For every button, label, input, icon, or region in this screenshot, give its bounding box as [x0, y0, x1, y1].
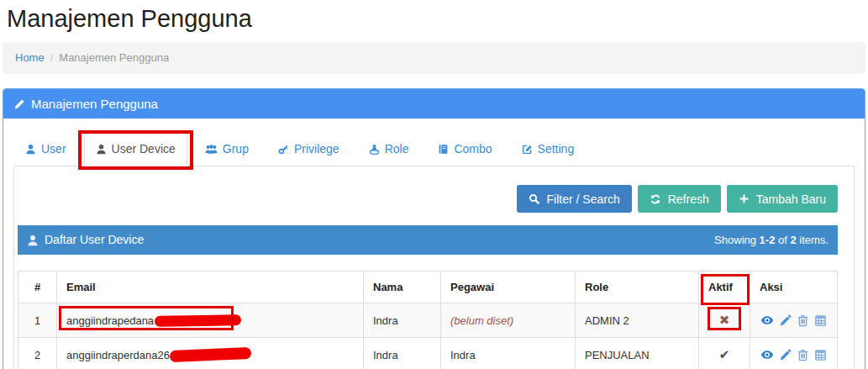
tambah-baru-label: Tambah Baru [756, 192, 826, 206]
tab-user[interactable]: User [13, 132, 78, 166]
edit-square-icon [522, 144, 533, 155]
employee-cell: (belum diset) [441, 303, 576, 338]
edit-button[interactable] [778, 348, 792, 362]
tab-setting[interactable]: Setting [510, 132, 587, 166]
breadcrumb-current: Manajemen Pengguna [59, 51, 169, 64]
column-header-pegawai: Pegawai [441, 271, 576, 303]
column-header-aksi: Aksi [750, 271, 838, 303]
column-header-email: Email [57, 271, 364, 303]
grid-title-wrap: Daftar User Device [27, 232, 144, 248]
tab-combo[interactable]: Combo [426, 132, 503, 166]
plus-icon [739, 193, 750, 204]
tab-label: Combo [454, 141, 492, 157]
row-number-cell: 2 [18, 338, 57, 369]
data-grid-button[interactable] [813, 348, 828, 362]
view-button[interactable] [760, 313, 775, 328]
table-header-row: # Email Nama Pegawai Role Aktif Aksi [18, 271, 838, 303]
tab-label: Grup [223, 141, 249, 157]
tab-content-user-device: Filter / Search Refresh Tambah Baru [13, 166, 855, 369]
role-cell: ADMIN 2 [576, 303, 699, 338]
eye-icon [760, 314, 774, 327]
employee-unset-text: (belum diset) [450, 314, 513, 327]
breadcrumb-home-link[interactable]: Home [15, 51, 45, 64]
user-icon [96, 144, 107, 155]
book-icon [438, 144, 449, 155]
tab-privilege[interactable]: Privilege [266, 132, 351, 166]
users-icon [205, 144, 218, 155]
tab-grup[interactable]: Grup [193, 132, 260, 166]
table-row: 2 anggiindraperdana26@ Indra Indra PENJU… [18, 338, 838, 369]
breadcrumb: Home/Manajemen Pengguna [3, 42, 865, 74]
panel-title: Manajemen Pengguna [31, 96, 158, 112]
search-icon [529, 193, 540, 205]
name-cell: Indra [364, 338, 441, 369]
daftar-user-device-grid: Daftar User Device Showing 1-2 of 2 item… [18, 225, 838, 369]
tab-label: Privilege [294, 141, 339, 157]
actions-cell [750, 303, 838, 338]
tab-label: User Device [112, 141, 176, 157]
panel-body: User User Device Grup Privilege [3, 119, 865, 369]
column-header-role: Role [576, 271, 699, 303]
tambah-baru-button[interactable]: Tambah Baru [727, 185, 838, 213]
tab-label: User [41, 141, 66, 157]
active-status-cell: ✔ [699, 338, 750, 369]
pencil-icon [779, 314, 792, 327]
table-icon [814, 349, 827, 361]
table-row: 1 anggiindrapedana Indra (belum diset) A… [18, 303, 838, 338]
manajemen-pengguna-panel: Manajemen Pengguna User User Device [3, 88, 865, 369]
redaction-mark [155, 314, 241, 327]
role-cell: PENJUALAN [576, 338, 699, 369]
grid-header: Daftar User Device Showing 1-2 of 2 item… [18, 225, 838, 255]
employee-cell: Indra [441, 338, 576, 369]
email-cell: anggiindrapedana [57, 303, 364, 338]
grid-summary: Showing 1-2 of 2 items. [714, 232, 829, 248]
filter-search-button[interactable]: Filter / Search [517, 185, 632, 213]
tab-user-device[interactable]: User Device [84, 132, 187, 166]
email-text: anggiindrapedana [66, 314, 154, 327]
trash-icon [797, 349, 809, 361]
breadcrumb-separator: / [50, 51, 54, 64]
summary-total: 2 [790, 234, 796, 246]
active-status-cell: ✖ [699, 303, 750, 338]
trash-icon [797, 314, 809, 327]
refresh-button[interactable]: Refresh [638, 185, 721, 213]
user-icon [25, 144, 36, 155]
tab-role[interactable]: Role [357, 132, 421, 166]
grid-title: Daftar User Device [45, 232, 144, 248]
redaction-mark [170, 347, 252, 362]
pencil-icon [13, 98, 25, 110]
tab-bar: User User Device Grup Privilege [13, 132, 855, 166]
email-cell: anggiindraperdana26@ [57, 338, 364, 369]
toolbar: Filter / Search Refresh Tambah Baru [18, 185, 838, 213]
active-mark: ✔ [719, 347, 730, 361]
role-user-icon [369, 144, 380, 155]
summary-range: 1-2 [760, 234, 776, 246]
delete-button[interactable] [796, 314, 810, 328]
email-text: anggiindraperdana26@ [66, 349, 181, 361]
key-icon [278, 144, 289, 155]
row-number-cell: 1 [18, 303, 57, 338]
pencil-icon [779, 349, 792, 361]
table-icon [814, 314, 827, 327]
column-header-num: # [18, 271, 57, 303]
tab-label: Role [385, 141, 409, 157]
panel-header: Manajemen Pengguna [3, 89, 865, 119]
column-header-nama: Nama [364, 271, 441, 303]
actions-cell [750, 338, 838, 369]
refresh-icon [650, 193, 661, 205]
filter-search-label: Filter / Search [547, 192, 620, 206]
eye-icon [760, 348, 774, 361]
inactive-mark: ✖ [719, 313, 730, 327]
data-grid-button[interactable] [813, 314, 828, 328]
refresh-label: Refresh [668, 192, 709, 206]
page-title: Manajemen Pengguna [7, 4, 865, 33]
edit-button[interactable] [778, 314, 792, 328]
user-device-table: # Email Nama Pegawai Role Aktif Aksi [18, 271, 838, 369]
tab-label: Setting [538, 141, 575, 157]
delete-button[interactable] [796, 348, 810, 362]
user-icon [27, 235, 39, 246]
view-button[interactable] [760, 347, 775, 362]
name-cell: Indra [364, 303, 441, 338]
column-header-aktif: Aktif [699, 271, 750, 303]
